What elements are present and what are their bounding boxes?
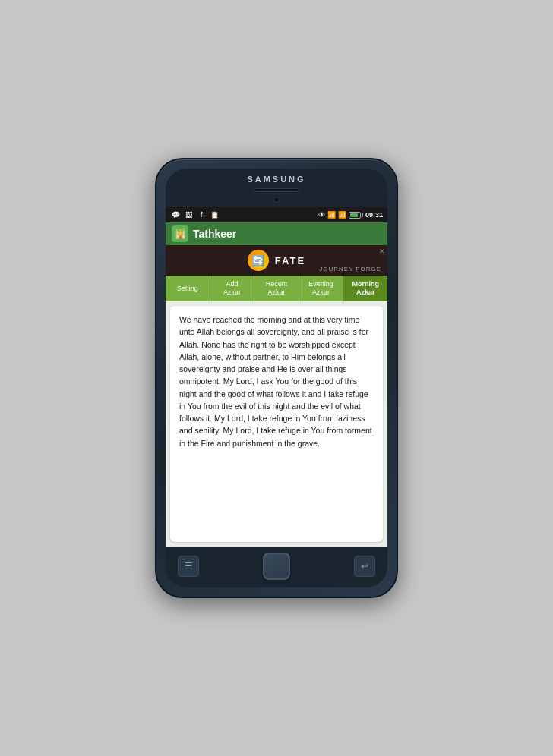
eye-icon: 👁 [318, 211, 325, 219]
content-card: We have reached the morning and at this … [170, 306, 383, 542]
nav-tabs: Setting Add Azkar Recent Azkar Evening A… [166, 276, 387, 301]
tab-setting[interactable]: Setting [166, 276, 210, 301]
tab-add-line2: Azkar [223, 288, 241, 297]
status-icons-left: 💬 🖼 f 📋 [170, 210, 220, 219]
home-button[interactable] [263, 553, 290, 580]
tab-recent-line1: Recent [266, 280, 288, 288]
bottom-bezel: ☰ ↩ [166, 547, 387, 587]
ad-brand-text: FATE [275, 255, 305, 266]
app-icon: 🕌 [172, 225, 188, 242]
tab-evening-azkar[interactable]: Evening Azkar [299, 276, 344, 301]
clipboard-icon: 📋 [209, 210, 220, 219]
recent-apps-button[interactable]: ↩ [354, 556, 375, 577]
top-bezel: SAMSUNG [166, 169, 387, 207]
tab-setting-label: Setting [177, 285, 198, 293]
back-icon: ☰ [185, 561, 193, 572]
speaker-grill [254, 188, 299, 192]
tab-add-azkar[interactable]: Add Azkar [210, 276, 255, 301]
facebook-icon: f [196, 210, 207, 219]
status-bar: 💬 🖼 f 📋 👁 📶 📶 09:31 [166, 207, 387, 222]
tab-add-line1: Add [226, 280, 238, 288]
ad-logo: 🔄 [248, 250, 269, 271]
front-camera [273, 197, 280, 203]
recent-apps-icon: ↩ [361, 561, 368, 572]
status-icons-right: 👁 📶 📶 09:31 [318, 211, 383, 219]
back-button[interactable]: ☰ [178, 556, 199, 577]
wifi-icon: 📶 [327, 211, 336, 219]
battery-icon [349, 212, 363, 219]
ad-close-icon[interactable]: ✕ [379, 247, 385, 255]
app-bar: 🕌 Tathkeer [166, 222, 387, 245]
message-icon: 💬 [170, 210, 181, 219]
tab-evening-line2: Azkar [312, 288, 330, 297]
phone-inner: SAMSUNG 💬 🖼 f 📋 👁 📶 📶 [166, 169, 387, 587]
app-title: Tathkeer [193, 228, 236, 240]
tab-morning-line1: Morning [352, 280, 379, 288]
tab-morning-azkar[interactable]: Morning Azkar [343, 276, 387, 301]
ad-sub-text: JOURNEY FORGE [319, 266, 381, 272]
tab-recent-line2: Azkar [267, 288, 285, 297]
tab-evening-line1: Evening [308, 280, 333, 288]
image-icon: 🖼 [183, 210, 194, 219]
tab-morning-line2: Azkar [356, 288, 375, 297]
screen: 💬 🖼 f 📋 👁 📶 📶 09:31 [166, 207, 387, 547]
tab-recent-azkar[interactable]: Recent Azkar [254, 276, 299, 301]
samsung-logo: SAMSUNG [247, 175, 305, 184]
signal-icon: 📶 [338, 211, 346, 219]
azkar-text: We have reached the morning and at this … [179, 313, 374, 449]
time-display: 09:31 [365, 211, 383, 219]
content-area: We have reached the morning and at this … [166, 301, 387, 547]
phone-device: SAMSUNG 💬 🖼 f 📋 👁 📶 📶 [155, 158, 398, 598]
ad-banner[interactable]: ✕ 🔄 FATE JOURNEY FORGE [166, 245, 387, 276]
